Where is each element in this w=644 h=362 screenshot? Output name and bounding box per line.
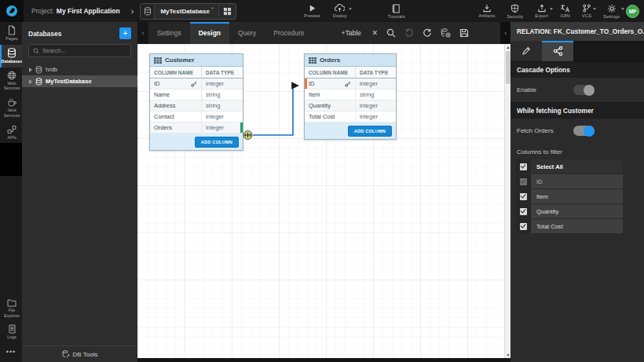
orders-row-quantity[interactable]: Quantity integer [305, 101, 396, 112]
rail-bottom-group: File Explorer Logs ••• [0, 295, 22, 362]
databases-panel-header: Databases + [22, 22, 137, 44]
export-button[interactable]: Export [535, 0, 548, 22]
deploy-caret-icon [349, 8, 352, 10]
filter-row-totalcost[interactable]: Total Cost [516, 219, 623, 233]
deploy-button[interactable]: Deploy [333, 0, 347, 22]
database-icon [35, 66, 42, 74]
search-icon [33, 48, 39, 54]
orders-table-header[interactable]: Orders [305, 54, 396, 67]
zoom-search-icon[interactable] [386, 28, 396, 38]
tab-mytestdatabase[interactable]: MyTestDatabase * [140, 3, 236, 20]
filter-row-select-all[interactable]: Select All [516, 159, 623, 174]
entity-table-orders[interactable]: Orders COLUMN NAME DATA TYPE ID integer … [304, 53, 397, 140]
scroll-up-icon[interactable]: ▲ [505, 45, 510, 49]
customer-row-address[interactable]: Address string [150, 101, 243, 112]
customer-row-orders[interactable]: Orders integer [150, 122, 243, 133]
database-search-input[interactable] [42, 47, 126, 54]
customer-table-header[interactable]: Customer [150, 54, 243, 67]
customer-row-id[interactable]: ID integer [150, 79, 243, 90]
add-database-button[interactable]: + [119, 27, 131, 39]
table-icon [154, 57, 162, 64]
redo-icon[interactable] [423, 28, 432, 38]
design-area: ‹ Settings Design Query Procedure +Table… [137, 22, 510, 362]
relation-line[interactable] [253, 86, 298, 135]
customer-row-contact[interactable]: Contact integer [150, 112, 243, 122]
databases-panel-title: Databases [28, 30, 62, 38]
vcs-button[interactable]: VCS [582, 0, 591, 22]
user-avatar[interactable]: MP [626, 5, 639, 18]
entity-table-customer[interactable]: Customer COLUMN NAME DATA TYPE ID intege… [149, 53, 243, 151]
settings-button[interactable]: Settings [603, 0, 620, 22]
tree-item-hrdb[interactable]: hrdb [22, 64, 137, 75]
database-search-box[interactable] [28, 44, 131, 57]
undo-icon[interactable] [404, 28, 414, 38]
export-caret-icon [550, 8, 553, 10]
select-all-checkbox[interactable] [520, 163, 527, 170]
rail-item-web-services[interactable]: Web Services [0, 68, 22, 95]
rail-item-logs[interactable]: Logs [0, 321, 22, 343]
save-icon[interactable] [459, 28, 469, 38]
filter-row-item[interactable]: Item [516, 189, 623, 203]
expand-caret-icon[interactable] [29, 68, 32, 72]
quantity-checkbox[interactable] [520, 208, 527, 215]
filter-row-quantity[interactable]: Quantity [516, 204, 623, 218]
tab-design[interactable]: Design [190, 22, 229, 44]
tree-item-mytestdatabase[interactable]: MyTestDatabase [22, 75, 137, 87]
customer-add-column-button[interactable]: ADD COLUMN [195, 137, 239, 148]
project-breadcrumb[interactable]: Project:My First Application [31, 7, 120, 15]
db-tools-button[interactable]: DB Tools [22, 346, 137, 362]
scrollbar-thumb[interactable] [506, 51, 510, 84]
project-label: Project: [31, 7, 54, 15]
fetch-orders-toggle[interactable] [573, 126, 595, 136]
topbar-left-actions: Preview Deploy [304, 0, 347, 22]
tab-query[interactable]: Query [229, 22, 265, 44]
relation-drag-handle[interactable] [243, 131, 252, 140]
artifacts-button[interactable]: Artifacts [478, 0, 495, 22]
rail-item-databases[interactable]: Databases [0, 45, 22, 68]
db-design-canvas[interactable]: Customer COLUMN NAME DATA TYPE ID intege… [137, 44, 510, 362]
orders-row-totalcost[interactable]: Total Cost integer [305, 112, 396, 122]
security-button[interactable]: Security [507, 0, 523, 22]
expand-caret-icon[interactable] [29, 79, 32, 84]
tab-procedure[interactable]: Procedure [265, 22, 313, 44]
filter-row-id[interactable]: ID [516, 174, 623, 188]
add-table-button[interactable]: +Table [338, 29, 364, 37]
apps-grid-icon[interactable] [218, 4, 236, 19]
tab-settings[interactable]: Settings [148, 22, 190, 44]
orders-row-item[interactable]: Item string [305, 90, 396, 101]
i18n-button[interactable]: I18N [560, 0, 570, 22]
wavemaker-logo-icon[interactable] [0, 0, 24, 22]
totalcost-checkbox[interactable] [520, 223, 527, 230]
unsaved-indicator: * [211, 5, 214, 13]
expand-right-panel-button[interactable]: › [500, 22, 510, 44]
orders-row-id[interactable]: ID integer [305, 79, 396, 90]
globe-icon [7, 71, 16, 80]
rail-more-button[interactable]: ••• [0, 343, 22, 362]
tab-relations[interactable] [542, 41, 573, 61]
item-checkbox[interactable] [520, 193, 527, 200]
tutorials-button[interactable]: Tutorials [388, 0, 405, 22]
canvas-vertical-scrollbar[interactable]: ▲ ▼ [504, 44, 510, 358]
page-icon [7, 25, 16, 35]
relation-panel-tabs [510, 41, 644, 61]
customer-row-name[interactable]: Name string [150, 90, 243, 101]
enable-toggle[interactable] [573, 85, 595, 95]
rail-item-apis[interactable]: APIs [0, 122, 22, 144]
breadcrumb-chevron-icon[interactable]: › [131, 6, 134, 16]
rail-item-java-services[interactable]: Java Services [0, 94, 22, 122]
id-checkbox [520, 178, 527, 185]
columns-filter-list: Select All ID Item Quantity Total Cost [516, 159, 623, 234]
update-database-icon[interactable] [441, 28, 451, 38]
delete-icon[interactable]: × [372, 28, 378, 38]
fetch-orders-row: Fetch Orders [510, 119, 644, 143]
table-icon [309, 57, 317, 64]
preview-button[interactable]: Preview [304, 0, 320, 22]
scroll-down-icon[interactable]: ▼ [505, 353, 510, 357]
rail-item-pages[interactable]: Pages [0, 22, 22, 45]
orders-add-column-button[interactable]: ADD COLUMN [348, 126, 392, 137]
customer-table-footer: ADD COLUMN [150, 133, 243, 150]
relations-icon [553, 46, 563, 56]
collapse-panel-button[interactable]: ‹ [137, 22, 148, 44]
tab-edit-column[interactable] [510, 41, 542, 61]
rail-item-file-explorer[interactable]: File Explorer [0, 295, 22, 322]
